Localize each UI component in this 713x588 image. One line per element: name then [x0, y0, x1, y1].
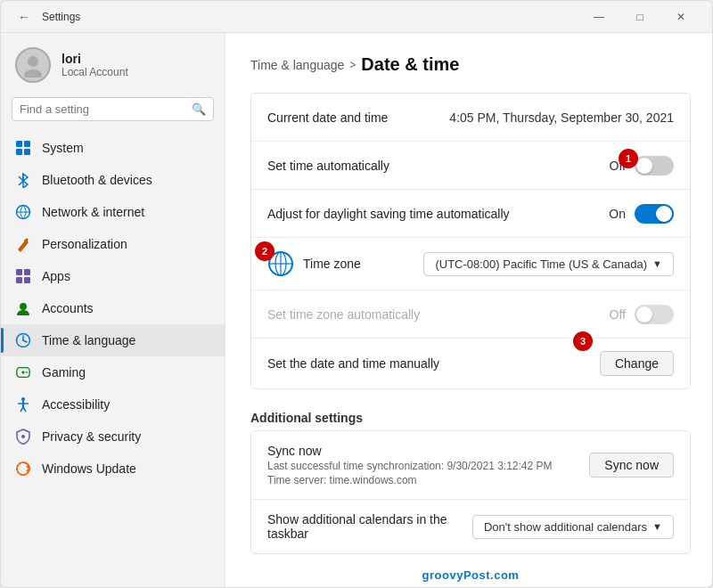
time-icon — [15, 332, 31, 348]
breadcrumb: Time & language > Date & time — [250, 54, 691, 75]
settings-card-main: Current date and time 4:05 PM, Thursday,… — [250, 93, 691, 389]
search-box[interactable]: 🔍 — [12, 97, 214, 121]
titlebar: ← Settings — □ ✕ — [1, 1, 712, 33]
svg-rect-11 — [16, 277, 22, 283]
sync-detail2: Time server: time.windows.com — [267, 474, 589, 486]
breadcrumb-parent: Time & language — [250, 58, 344, 72]
network-icon — [15, 204, 31, 220]
user-type: Local Account — [61, 66, 128, 78]
svg-line-16 — [23, 340, 27, 342]
system-icon — [15, 140, 31, 156]
sidebar-label-accounts: Accounts — [42, 301, 94, 315]
sidebar-label-update: Windows Update — [42, 461, 136, 476]
update-icon — [15, 461, 31, 477]
window-body: lori Local Account 🔍 — [1, 33, 712, 587]
search-input[interactable] — [20, 102, 186, 116]
svg-line-24 — [20, 407, 23, 412]
toggle-knob-timezone-auto — [636, 306, 652, 323]
sidebar-item-personalization[interactable]: Personalization — [1, 228, 225, 260]
user-name: lori — [61, 52, 128, 66]
svg-rect-9 — [16, 269, 22, 275]
sidebar-label-privacy: Privacy & security — [42, 429, 141, 444]
setting-right-daylight: On — [609, 204, 674, 224]
sidebar-item-apps[interactable]: Apps — [1, 260, 225, 292]
sidebar-label-bluetooth: Bluetooth & devices — [42, 173, 152, 187]
user-section: lori Local Account — [1, 33, 225, 94]
svg-point-21 — [21, 397, 25, 401]
sidebar-item-time[interactable]: Time & language — [1, 324, 225, 356]
setting-row-timezone: 2 Time zone (UTC-08:00) Pacific Time (US… — [251, 238, 690, 290]
svg-rect-2 — [16, 141, 22, 147]
close-button[interactable]: ✕ — [660, 1, 701, 33]
svg-point-26 — [21, 435, 25, 438]
calendars-value: Don't show additional calendars — [484, 520, 647, 534]
svg-point-20 — [26, 372, 28, 373]
setting-label-current-date: Current date and time — [267, 110, 449, 125]
setting-right-timezone-auto: Off — [610, 305, 674, 324]
sidebar-item-privacy[interactable]: Privacy & security — [1, 421, 225, 453]
sidebar-item-accounts[interactable]: Accounts — [1, 292, 225, 324]
sync-now-button[interactable]: Sync now — [589, 453, 674, 478]
additional-settings-card: Sync now Last successful time synchroniz… — [250, 430, 691, 554]
svg-rect-5 — [24, 149, 30, 155]
sync-detail1: Last successful time synchronization: 9/… — [267, 460, 589, 472]
calendars-dropdown[interactable]: Don't show additional calendars ▼ — [472, 515, 674, 539]
callout-badge-2: 2 — [255, 241, 275, 261]
change-button[interactable]: Change — [600, 351, 674, 376]
sidebar-item-system[interactable]: System — [1, 132, 225, 164]
setting-label-calendars: Show additional calendars in the taskbar — [267, 512, 472, 541]
toggle-timezone-auto — [635, 305, 674, 324]
search-icon: 🔍 — [192, 102, 206, 116]
breadcrumb-sep: > — [349, 59, 356, 71]
timezone-dropdown[interactable]: (UTC-08:00) Pacific Time (US & Canada) ▼ — [423, 252, 674, 276]
setting-label-set-time-auto: Set time automatically — [267, 159, 610, 173]
settings-window: ← Settings — □ ✕ lori Local Account — [0, 0, 713, 588]
minimize-button[interactable]: — — [578, 1, 619, 33]
setting-label-daylight: Adjust for daylight saving time automati… — [267, 207, 609, 221]
setting-right-set-time-auto: Off 1 — [610, 156, 674, 176]
sidebar-label-gaming: Gaming — [42, 365, 86, 380]
toggle-container-set-time-auto: 1 — [635, 156, 674, 176]
sync-title: Sync now — [267, 444, 589, 458]
setting-row-calendars: Show additional calendars in the taskbar… — [251, 500, 690, 553]
setting-value-daylight: On — [609, 207, 626, 221]
sidebar-label-network: Network & internet — [42, 205, 144, 219]
breadcrumb-current: Date & time — [361, 54, 459, 75]
chevron-down-icon: ▼ — [652, 258, 662, 269]
svg-line-25 — [23, 407, 26, 412]
sidebar-item-bluetooth[interactable]: Bluetooth & devices — [1, 164, 225, 196]
sidebar-item-network[interactable]: Network & internet — [1, 196, 225, 228]
setting-label-timezone: Time zone — [303, 257, 423, 271]
chevron-down-icon-2: ▼ — [652, 521, 662, 532]
callout-badge-3: 3 — [573, 331, 593, 351]
toggle-knob-daylight — [656, 206, 672, 222]
main-content: Time & language > Date & time Current da… — [225, 33, 712, 587]
watermark: groovyPost.com — [250, 563, 691, 582]
sync-info: Sync now Last successful time synchroniz… — [267, 444, 589, 486]
sidebar-item-accessibility[interactable]: Accessibility — [1, 388, 225, 421]
callout-badge-1: 1 — [619, 149, 638, 168]
sidebar-label-personalization: Personalization — [42, 237, 127, 251]
toggle-set-time-auto[interactable] — [635, 156, 674, 176]
setting-value-timezone-auto: Off — [610, 307, 626, 322]
setting-row-sync: Sync now Last successful time synchroniz… — [251, 431, 690, 500]
user-info: lori Local Account — [61, 52, 128, 78]
gaming-icon — [15, 364, 31, 380]
avatar — [15, 47, 51, 83]
svg-rect-3 — [24, 141, 30, 147]
sidebar-label-time: Time & language — [42, 333, 135, 347]
setting-row-manual: Set the date and time manually 3 Change — [251, 339, 690, 388]
sidebar-item-update[interactable]: Windows Update — [1, 453, 225, 485]
sidebar-label-apps: Apps — [42, 269, 70, 283]
nav-items: System Bluetooth & devices — [1, 128, 225, 488]
toggle-daylight[interactable] — [635, 204, 674, 224]
sidebar-item-gaming[interactable]: Gaming — [1, 356, 225, 388]
privacy-icon — [15, 429, 31, 445]
setting-row-current-date: Current date and time 4:05 PM, Thursday,… — [251, 94, 690, 142]
setting-label-timezone-auto: Set time zone automatically — [267, 307, 610, 322]
maximize-button[interactable]: □ — [619, 1, 660, 33]
back-button[interactable]: ← — [12, 4, 37, 29]
svg-rect-10 — [24, 269, 30, 275]
window-title: Settings — [42, 11, 80, 23]
bluetooth-icon — [15, 172, 31, 188]
